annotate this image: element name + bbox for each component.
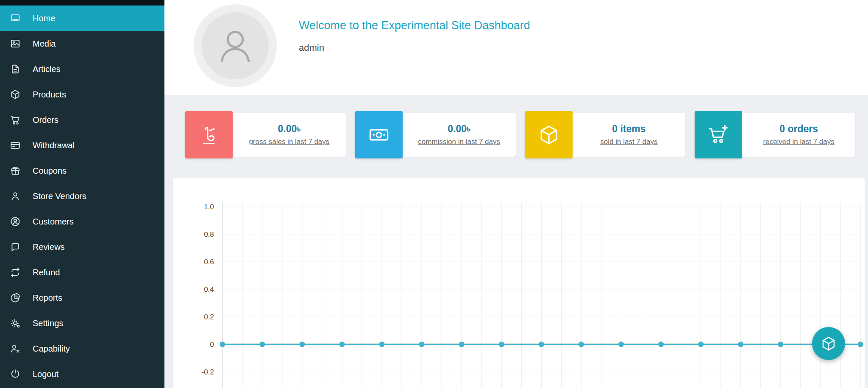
sidebar-item-label: Settings xyxy=(33,319,63,328)
package-icon xyxy=(821,335,837,352)
stat-value: 0 items xyxy=(612,123,645,135)
svg-text:0.6: 0.6 xyxy=(204,258,214,266)
home-icon xyxy=(9,12,22,25)
stats-row: 0.00৳ gross sales in last 7 days 0.00৳ c… xyxy=(185,113,855,157)
orders-icon xyxy=(9,114,22,126)
customers-icon xyxy=(9,215,22,228)
capability-icon xyxy=(9,342,22,355)
sidebar-item-articles[interactable]: Articles xyxy=(0,56,164,82)
articles-icon xyxy=(9,63,22,75)
floating-action-button[interactable] xyxy=(812,327,845,360)
header-text: Welcome to the Experimental Site Dashboa… xyxy=(299,19,530,95)
sidebar-item-products[interactable]: Products xyxy=(0,82,164,107)
sidebar-item-label: Home xyxy=(33,14,55,23)
svg-text:1.0: 1.0 xyxy=(204,203,214,211)
svg-text:0.2: 0.2 xyxy=(204,313,214,321)
stat-body: 0 items sold in last 7 days xyxy=(573,113,686,157)
sales-chart: 1.00.80.60.40.20-0.2 xyxy=(173,178,865,388)
stat-card-gross-sales: 0.00৳ gross sales in last 7 days xyxy=(185,113,346,157)
svg-text:0: 0 xyxy=(210,341,214,349)
gross-sales-link[interactable]: gross sales in last 7 days xyxy=(249,138,329,146)
stat-card-orders-received: 0 orders received in last 7 days xyxy=(695,113,855,157)
stat-body: 0 orders received in last 7 days xyxy=(742,113,855,157)
sidebar-item-media[interactable]: Media xyxy=(0,31,164,56)
stat-body: 0.00৳ commission in last 7 days xyxy=(403,113,516,157)
cart-plus-icon xyxy=(695,111,742,158)
stat-card-commission: 0.00৳ commission in last 7 days xyxy=(355,113,516,157)
sidebar-item-label: Logout xyxy=(33,369,58,379)
sidebar-item-reviews[interactable]: Reviews xyxy=(0,234,164,260)
avatar-placeholder xyxy=(202,12,269,79)
refund-icon xyxy=(9,266,22,279)
settings-icon xyxy=(9,317,22,330)
sidebar-item-reports[interactable]: Reports xyxy=(0,285,164,310)
orders-received-link[interactable]: received in last 7 days xyxy=(763,138,835,146)
stat-value: 0 orders xyxy=(779,123,818,135)
stat-value: 0.00৳ xyxy=(278,123,301,135)
main-content: Welcome to the Experimental Site Dashboa… xyxy=(164,0,868,388)
sidebar-item-settings[interactable]: Settings xyxy=(0,310,164,336)
taka-currency-icon xyxy=(185,111,233,158)
reports-icon xyxy=(9,291,22,304)
sidebar-item-label: Withdrawal xyxy=(33,141,75,150)
sidebar-item-store-vendors[interactable]: Store Vendors xyxy=(0,183,164,209)
sidebar-item-label: Refund xyxy=(33,268,60,277)
sidebar-item-refund[interactable]: Refund xyxy=(0,260,164,285)
sidebar-item-label: Store Vendors xyxy=(33,191,86,201)
sidebar-item-label: Reviews xyxy=(33,242,65,252)
sidebar-item-home[interactable]: Home xyxy=(0,6,164,31)
sidebar-item-withdrawal[interactable]: Withdrawal xyxy=(0,133,164,158)
user-name: admin xyxy=(299,42,530,53)
withdrawal-icon xyxy=(9,139,22,152)
sidebar-item-orders[interactable]: Orders xyxy=(0,107,164,133)
coupons-icon xyxy=(9,164,22,177)
dashboard-header: Welcome to the Experimental Site Dashboa… xyxy=(164,0,868,95)
svg-text:-0.2: -0.2 xyxy=(202,368,214,376)
sidebar-item-label: Media xyxy=(33,39,56,49)
logout-icon xyxy=(9,368,22,380)
sidebar-item-label: Articles xyxy=(33,64,61,74)
sidebar-item-coupons[interactable]: Coupons xyxy=(0,158,164,183)
sidebar-item-customers[interactable]: Customers xyxy=(0,209,164,234)
stat-body: 0.00৳ gross sales in last 7 days xyxy=(233,113,346,157)
media-icon xyxy=(9,37,22,50)
sidebar-item-capability[interactable]: Capability xyxy=(0,336,164,361)
store-vendors-icon xyxy=(9,190,22,202)
sidebar-item-label: Coupons xyxy=(33,166,67,176)
stat-value: 0.00৳ xyxy=(448,123,470,135)
svg-text:0.8: 0.8 xyxy=(204,230,214,238)
products-icon xyxy=(9,88,22,101)
package-icon xyxy=(525,111,573,158)
commission-link[interactable]: commission in last 7 days xyxy=(418,138,500,146)
sidebar: Home Media Articles Products Orders With… xyxy=(0,0,164,388)
sidebar-item-label: Orders xyxy=(33,115,58,125)
sidebar-item-label: Capability xyxy=(33,344,70,354)
items-sold-link[interactable]: sold in last 7 days xyxy=(600,138,657,146)
banknote-icon xyxy=(355,111,403,158)
sidebar-item-label: Products xyxy=(33,90,66,100)
reviews-icon xyxy=(9,241,22,253)
stat-card-items-sold: 0 items sold in last 7 days xyxy=(525,113,686,157)
avatar xyxy=(194,4,277,87)
page-title: Welcome to the Experimental Site Dashboa… xyxy=(299,19,530,32)
sidebar-item-label: Customers xyxy=(33,217,74,227)
sidebar-top-strip xyxy=(0,0,164,6)
chart-panel: 1.00.80.60.40.20-0.2 xyxy=(173,178,865,388)
sidebar-item-logout[interactable]: Logout xyxy=(0,361,164,387)
svg-text:0.4: 0.4 xyxy=(204,285,214,294)
sidebar-item-label: Reports xyxy=(33,293,62,303)
